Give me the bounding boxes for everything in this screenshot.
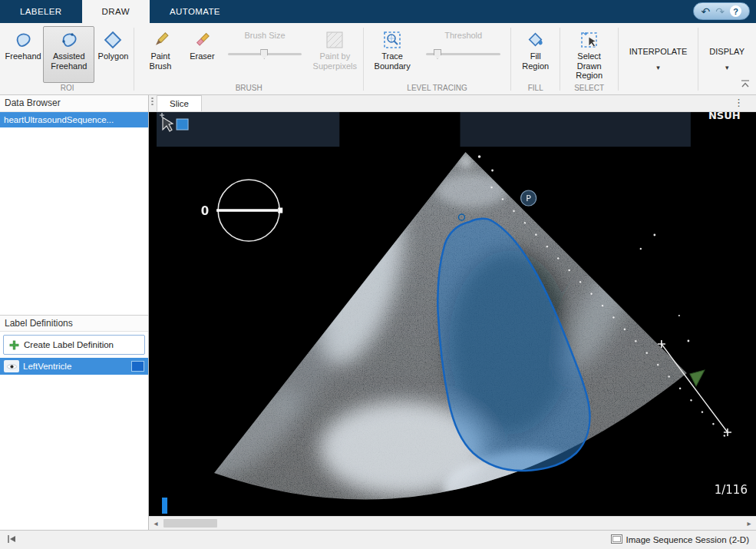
display-label: DISPLAY [709,47,744,56]
ribbon-separator [560,28,560,91]
data-browser-item[interactable]: heartUltrasoundSequence... [0,112,148,127]
paint-brush-icon [150,30,170,50]
label-color-chip[interactable] [131,361,144,372]
ribbon-separator [134,28,134,91]
sequence-position-indicator[interactable] [162,498,167,514]
label-name: LeftVentricle [23,362,71,371]
roi-section-label: ROI [3,83,131,94]
slice-canvas[interactable]: NSUH [149,112,756,516]
create-label-definition-label: Create Label Definition [24,340,114,349]
scroll-left-icon[interactable]: ◂ [149,517,163,530]
label-definitions-header: Label Definitions [0,315,148,332]
overflow-menu-icon[interactable]: ⋮ [734,97,744,108]
freehand-button[interactable]: Freehand [3,26,43,83]
threshold-label: Threshold [444,31,482,40]
ribbon-separator [698,28,698,91]
threshold-slider-thumb [434,49,441,59]
collapse-ribbon-icon [740,79,751,88]
threshold-control: Threshold [418,26,508,83]
assisted-freehand-icon [59,30,79,50]
interpolate-dropdown[interactable]: INTERPOLATE ▾ [621,24,696,94]
panel-grip[interactable] [151,97,154,107]
freehand-label: Freehand [5,51,41,61]
figure-panel: Slice ⋮ [149,95,756,530]
active-label-color-chip [177,119,188,130]
ribbon-separator [363,28,364,91]
polygon-label: Polygon [98,51,129,61]
ribbon-separator [618,28,619,91]
tab-labeler[interactable]: LABELER [0,0,82,23]
ribbon-separator [510,28,511,91]
p-marker: P [521,190,536,206]
polygon-icon [103,30,123,50]
select-drawn-region-button[interactable]: Select Drawn Region [563,26,616,83]
session-label: Image Sequence Session (2-D) [626,535,749,544]
main-area: Data Browser heartUltrasoundSequence... … [0,95,756,530]
assisted-freehand-button[interactable]: Assisted Freehand [43,26,94,83]
p-marker-label: P [526,193,531,203]
scrollbar-track[interactable] [163,517,742,530]
trace-boundary-label: Trace Boundary [370,51,414,71]
corner-annotation: NSUH [708,112,741,121]
brush-section-label: BRUSH [137,83,361,94]
medical-image-labeler-window: LABELER DRAW AUTOMATE ↶ ↷ ? Freehand Ass… [0,0,756,549]
ribbon-group-roi: Freehand Assisted Freehand Polygon ROI [3,24,131,94]
freehand-icon [13,30,33,50]
select-section-label: SELECT [563,83,616,94]
undo-icon[interactable]: ↶ [702,6,711,17]
collapse-ribbon-button[interactable] [738,78,752,89]
gauge-value: 0 [201,204,209,218]
eye-icon [6,362,18,371]
machine-ui-strip-right [461,112,691,147]
scroll-right-icon[interactable]: ▸ [742,517,756,530]
eraser-icon [192,30,212,50]
help-icon[interactable]: ? [730,5,741,17]
tab-slice[interactable]: Slice [157,95,202,111]
eraser-label: Eraser [190,51,214,61]
ribbon-group-brush: Paint Brush Eraser Brush Size Paint by S… [137,24,361,94]
create-label-definition-button[interactable]: Create Label Definition [3,335,145,355]
chevron-down-icon: ▾ [725,64,729,71]
scrollbar-thumb[interactable] [163,519,217,528]
sidebar: Data Browser heartUltrasoundSequence... … [0,95,149,530]
go-to-start-icon[interactable] [7,534,17,545]
polygon-button[interactable]: Polygon [94,26,131,83]
interpolate-label: INTERPOLATE [629,47,688,56]
sidebar-filler [0,375,148,530]
redo-icon: ↷ [715,6,725,17]
paint-brush-label: Paint Brush [140,51,180,71]
quick-access-toolbar: ↶ ↷ ? [693,2,750,20]
toolstrip-tab-bar: LABELER DRAW AUTOMATE ↶ ↷ ? [0,0,756,23]
fill-region-button[interactable]: Fill Region [513,26,557,83]
data-browser-header: Data Browser [0,95,148,112]
paint-by-superpixels-button: Paint by Superpixels [309,26,361,83]
ribbon-group-fill: Fill Region FILL [513,24,557,94]
label-row-leftventricle[interactable]: LeftVentricle [0,358,148,375]
paint-by-superpixels-label: Paint by Superpixels [313,51,357,71]
tab-draw[interactable]: DRAW [82,0,150,23]
ribbon-group-level-tracing: Trace Boundary Threshold LEVEL TRACING [366,24,508,94]
draw-ribbon: Freehand Assisted Freehand Polygon ROI P… [0,23,756,95]
slice-viewport: NSUH [149,112,756,516]
visibility-toggle[interactable] [4,360,19,372]
fill-section-label: FILL [513,83,557,94]
level-tracing-section-label: LEVEL TRACING [366,83,508,94]
session-icon [611,534,622,545]
tab-automate[interactable]: AUTOMATE [150,0,240,23]
chevron-down-icon: ▾ [656,64,660,71]
brush-size-slider [228,53,301,55]
fill-region-label: Fill Region [517,51,553,71]
paint-brush-button[interactable]: Paint Brush [137,26,183,83]
frame-counter: 1/116 [715,483,748,497]
eraser-button[interactable]: Eraser [183,26,220,83]
figure-tab-bar: Slice ⋮ [149,95,756,112]
plus-icon [9,340,19,350]
brush-size-slider-thumb [260,49,268,59]
data-browser-list: heartUltrasoundSequence... [0,112,148,315]
brush-size-control: Brush Size [220,26,309,83]
trace-boundary-button[interactable]: Trace Boundary [366,26,418,83]
status-bar: Image Sequence Session (2-D) [0,530,756,549]
select-drawn-region-label: Select Drawn Region [566,51,612,81]
brush-size-label: Brush Size [244,31,285,40]
assisted-freehand-label: Assisted Freehand [47,51,91,71]
